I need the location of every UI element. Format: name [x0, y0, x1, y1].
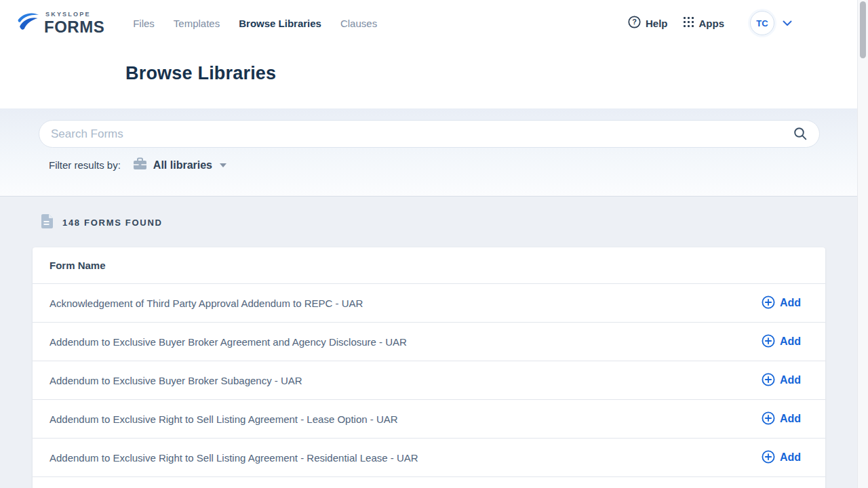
- table-row: Addendum to Exclusive Buyer Broker Subag…: [33, 361, 825, 400]
- circle-plus-icon: [762, 296, 775, 311]
- scrollbar-track[interactable]: [857, 0, 868, 488]
- avatar[interactable]: TC: [750, 11, 774, 35]
- scrollbar-thumb[interactable]: [860, 1, 866, 58]
- filter-value: All libraries: [153, 159, 212, 171]
- table-rows: Acknowledgement of Third Party Approval …: [33, 284, 825, 477]
- logo-forms-label: FORMS: [44, 19, 104, 35]
- search-icon[interactable]: [793, 127, 808, 143]
- add-button-label: Add: [780, 297, 801, 309]
- circle-plus-icon: [762, 411, 775, 427]
- form-name: Addendum to Exclusive Right to Sell List…: [50, 413, 398, 425]
- results-count-label: 148 FORMS FOUND: [62, 218, 163, 228]
- results-section: 148 FORMS FOUND Form Name Acknowledgemen…: [0, 197, 868, 488]
- forms-table: Form Name Acknowledgement of Third Party…: [33, 247, 825, 488]
- search-section: Filter results by: All libraries: [0, 108, 868, 197]
- filter-label: Filter results by:: [49, 159, 121, 171]
- header-right: ? Help Apps TC: [628, 11, 792, 35]
- library-filter-dropdown[interactable]: All libraries: [133, 157, 226, 173]
- nav-item-templates[interactable]: Templates: [174, 18, 220, 29]
- skyslope-swoosh-icon: [15, 11, 41, 35]
- table-header-row: Form Name: [33, 247, 825, 284]
- app-header: SKYSLOPE FORMS Files Templates Browse Li…: [0, 0, 868, 108]
- add-button-label: Add: [780, 336, 801, 348]
- add-button[interactable]: Add: [762, 450, 801, 466]
- search-bar: [39, 120, 820, 148]
- add-button[interactable]: Add: [762, 296, 801, 311]
- table-row: Acknowledgement of Third Party Approval …: [33, 284, 825, 323]
- results-count-row: 148 FORMS FOUND: [41, 214, 868, 231]
- table-row: Addendum to Exclusive Buyer Broker Agree…: [33, 323, 825, 361]
- nav-item-clauses[interactable]: Clauses: [340, 18, 377, 29]
- partial-next-row: [33, 477, 825, 488]
- filter-row: Filter results by: All libraries: [49, 157, 820, 173]
- svg-text:?: ?: [632, 18, 637, 26]
- add-button[interactable]: Add: [762, 411, 801, 427]
- page-title: Browse Libraries: [125, 63, 868, 84]
- help-label: Help: [646, 18, 668, 29]
- add-button-label: Add: [780, 374, 801, 386]
- nav-item-browse-libraries[interactable]: Browse Libraries: [239, 18, 321, 29]
- help-button[interactable]: ? Help: [628, 16, 668, 31]
- apps-button[interactable]: Apps: [683, 16, 725, 30]
- add-button-label: Add: [780, 451, 801, 464]
- form-name: Acknowledgement of Third Party Approval …: [50, 298, 363, 309]
- logo-skyslope-label: SKYSLOPE: [45, 12, 104, 18]
- caret-down-icon: [220, 163, 226, 167]
- circle-plus-icon: [762, 450, 775, 466]
- nav-item-files[interactable]: Files: [133, 18, 155, 29]
- apps-grid-icon: [683, 16, 694, 30]
- circle-plus-icon: [762, 334, 775, 350]
- search-input[interactable]: [39, 120, 820, 148]
- top-bar: SKYSLOPE FORMS Files Templates Browse Li…: [0, 0, 868, 46]
- add-button[interactable]: Add: [762, 334, 801, 350]
- document-icon: [41, 214, 53, 231]
- chevron-down-icon[interactable]: [783, 20, 792, 26]
- main-nav: Files Templates Browse Libraries Clauses: [133, 18, 377, 29]
- form-name: Addendum to Exclusive Buyer Broker Agree…: [50, 336, 407, 348]
- add-button-label: Add: [780, 413, 801, 425]
- table-row: Addendum to Exclusive Right to Sell List…: [33, 400, 825, 439]
- briefcase-icon: [133, 157, 147, 173]
- form-name: Addendum to Exclusive Buyer Broker Subag…: [50, 375, 302, 386]
- table-row: Addendum to Exclusive Right to Sell List…: [33, 439, 825, 477]
- form-name-column-header: Form Name: [50, 260, 106, 271]
- account-menu: TC: [750, 11, 792, 35]
- apps-label: Apps: [699, 18, 725, 29]
- skyslope-forms-logo[interactable]: SKYSLOPE FORMS: [15, 11, 104, 35]
- circle-plus-icon: [762, 373, 775, 388]
- help-question-icon: ?: [628, 16, 641, 31]
- form-name: Addendum to Exclusive Right to Sell List…: [50, 452, 418, 464]
- logo-text: SKYSLOPE FORMS: [44, 12, 104, 35]
- add-button[interactable]: Add: [762, 373, 801, 388]
